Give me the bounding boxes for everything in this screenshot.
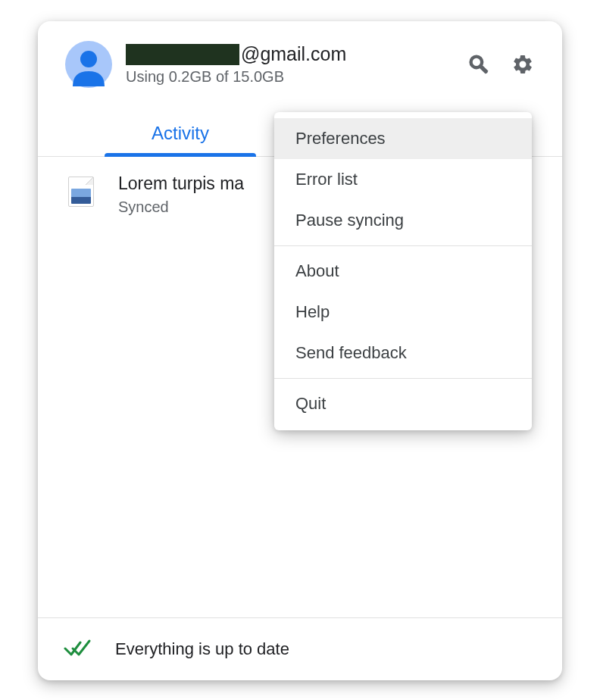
menu-separator (274, 378, 532, 379)
menu-send-feedback[interactable]: Send feedback (274, 333, 532, 373)
menu-separator (274, 245, 532, 246)
menu-quit[interactable]: Quit (274, 383, 532, 424)
account-info: @gmail.com Using 0.2GB of 15.0GB (126, 43, 455, 86)
file-info: Lorem turpis ma Synced (118, 173, 244, 216)
storage-usage: Using 0.2GB of 15.0GB (126, 68, 455, 86)
menu-help[interactable]: Help (274, 292, 532, 333)
menu-about[interactable]: About (274, 251, 532, 292)
gear-icon (511, 53, 534, 76)
double-check-icon (64, 636, 94, 662)
menu-pause-syncing[interactable]: Pause syncing (274, 200, 532, 241)
image-file-icon (68, 177, 98, 207)
menu-preferences[interactable]: Preferences (274, 118, 532, 159)
svg-point-0 (80, 51, 97, 67)
header: @gmail.com Using 0.2GB of 15.0GB (38, 21, 562, 98)
tab-activity[interactable]: Activity (61, 112, 300, 156)
footer: Everything is up to date (38, 617, 562, 680)
account-email: @gmail.com (126, 43, 455, 65)
email-suffix: @gmail.com (241, 43, 346, 65)
file-status: Synced (118, 198, 244, 216)
settings-button[interactable] (506, 48, 539, 81)
avatar[interactable] (65, 41, 112, 88)
redacted-name (126, 44, 239, 65)
settings-menu: Preferences Error list Pause syncing Abo… (274, 112, 532, 430)
tab-activity-label: Activity (152, 123, 209, 143)
footer-status: Everything is up to date (115, 639, 289, 659)
search-icon (467, 53, 490, 76)
menu-error-list[interactable]: Error list (274, 159, 532, 200)
header-actions (462, 48, 539, 81)
search-button[interactable] (462, 48, 495, 81)
file-name: Lorem turpis ma (118, 173, 244, 194)
drive-panel: @gmail.com Using 0.2GB of 15.0GB Activit… (38, 21, 562, 680)
